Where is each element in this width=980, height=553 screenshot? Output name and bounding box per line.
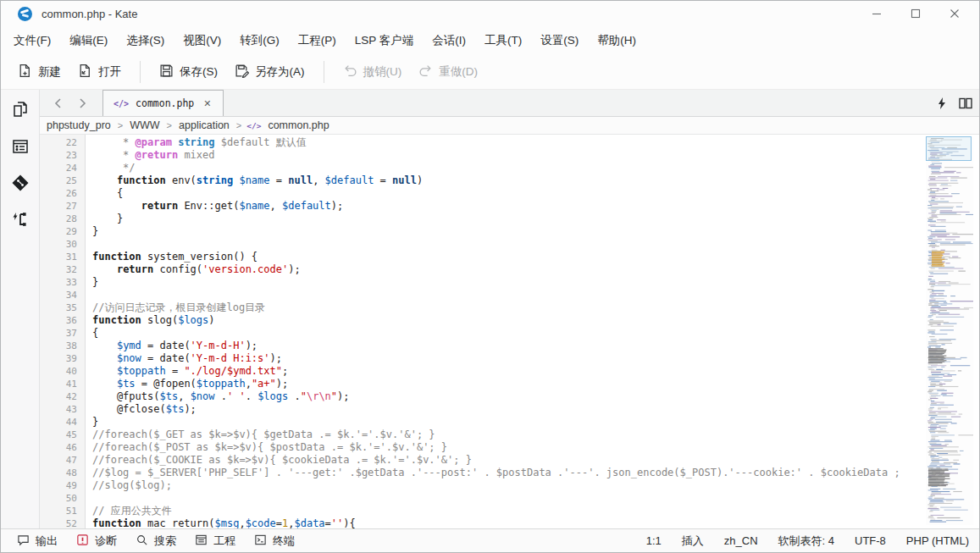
line-number-33[interactable]: 33 xyxy=(40,276,85,289)
line-number-40[interactable]: 40 xyxy=(40,365,85,378)
breadcrumb-segment-1[interactable]: WWW xyxy=(128,119,161,131)
minimize-button[interactable] xyxy=(857,2,896,25)
code-line-39[interactable]: $now = date('Y-m-d H:i:s'); xyxy=(92,352,979,365)
line-number-32[interactable]: 32 xyxy=(40,263,85,276)
statusbar-cursor-position[interactable]: 1:1 xyxy=(646,534,662,547)
menu-item-4[interactable]: 转到(G) xyxy=(230,29,289,53)
menu-item-9[interactable]: 设置(S) xyxy=(531,29,588,53)
code-line-38[interactable]: $ymd = date('Y-m-d-H'); xyxy=(92,340,979,352)
code-line-36[interactable]: function slog($logs) xyxy=(92,314,979,327)
code-line-49[interactable]: //slog($log); xyxy=(92,479,979,492)
line-number-38[interactable]: 38 xyxy=(40,340,85,352)
line-number-22[interactable]: 22 xyxy=(40,136,85,149)
code-line-32[interactable]: return config('version.code'); xyxy=(92,263,979,276)
line-number-50[interactable]: 50 xyxy=(40,492,85,505)
line-number-gutter[interactable]: 2223242526272829303132333435363738394041… xyxy=(40,135,86,528)
line-number-27[interactable]: 27 xyxy=(40,200,85,213)
statusbar-syntax-mode[interactable]: PHP (HTML) xyxy=(906,534,969,547)
line-number-34[interactable]: 34 xyxy=(40,289,85,301)
statusbar-input-mode[interactable]: 插入 xyxy=(682,534,704,549)
menu-item-6[interactable]: LSP 客户端 xyxy=(346,29,424,53)
code-line-41[interactable]: $ts = @fopen($toppath,"a+"); xyxy=(92,378,979,390)
line-number-44[interactable]: 44 xyxy=(40,416,85,429)
code-line-34[interactable] xyxy=(92,289,979,301)
code-area[interactable]: * @param string $default 默认值 * @return m… xyxy=(86,135,979,528)
line-number-48[interactable]: 48 xyxy=(40,467,85,479)
line-number-29[interactable]: 29 xyxy=(40,225,85,238)
menu-item-8[interactable]: 工具(T) xyxy=(475,29,531,53)
open-button[interactable]: 打开 xyxy=(69,58,130,86)
line-number-25[interactable]: 25 xyxy=(40,174,85,187)
code-line-47[interactable]: //foreach($_COOKIE as $k=>$v){ $cookieDa… xyxy=(92,454,979,467)
code-line-51[interactable]: // 应用公共文件 xyxy=(92,505,979,517)
line-number-26[interactable]: 26 xyxy=(40,187,85,200)
line-number-43[interactable]: 43 xyxy=(40,403,85,416)
save-button[interactable]: 保存(S) xyxy=(151,58,226,86)
line-number-46[interactable]: 46 xyxy=(40,441,85,454)
minimap[interactable] xyxy=(926,136,973,525)
code-line-27[interactable]: return Env::get($name, $default); xyxy=(92,200,979,213)
breadcrumb-segment-2[interactable]: application xyxy=(177,119,231,131)
sidebar-toolview-project-list[interactable] xyxy=(5,133,36,163)
code-line-31[interactable]: function system_version() { xyxy=(92,251,979,263)
code-line-33[interactable]: } xyxy=(92,276,979,289)
menu-item-7[interactable]: 会话(I) xyxy=(423,29,475,53)
statusbar-tab-width[interactable]: 软制表符: 4 xyxy=(778,534,834,549)
code-line-46[interactable]: //foreach($_POST as $k=>$v){ $postData .… xyxy=(92,441,979,454)
line-number-42[interactable]: 42 xyxy=(40,390,85,403)
code-line-23[interactable]: * @return mixed xyxy=(92,149,979,162)
tab-common-php[interactable]: </> common.php ✕ xyxy=(102,90,224,116)
statusbar-toolview-output[interactable]: 输出 xyxy=(9,531,65,551)
split-view-icon[interactable] xyxy=(959,97,972,113)
saveas-button[interactable]: 另存为(A) xyxy=(226,58,313,86)
line-number-35[interactable]: 35 xyxy=(40,301,85,314)
code-line-28[interactable]: } xyxy=(92,213,979,225)
sidebar-toolview-git[interactable] xyxy=(5,169,36,200)
breadcrumb-segment-0[interactable]: phpstudy_pro xyxy=(45,119,113,131)
statusbar-toolview-diagnostics[interactable]: 诊断 xyxy=(69,531,125,551)
sidebar-toolview-symbols[interactable] xyxy=(5,206,36,236)
menu-item-0[interactable]: 文件(F) xyxy=(4,29,60,53)
code-line-42[interactable]: @fputs($ts, $now .' '. $logs ."\r\n"); xyxy=(92,390,979,403)
code-line-43[interactable]: @fclose($ts); xyxy=(92,403,979,416)
code-line-45[interactable]: //foreach($_GET as $k=>$v){ $getData .= … xyxy=(92,429,979,441)
menu-item-1[interactable]: 编辑(E) xyxy=(60,29,117,53)
line-number-23[interactable]: 23 xyxy=(40,149,85,162)
code-line-50[interactable] xyxy=(92,492,979,505)
tab-close-icon[interactable]: ✕ xyxy=(201,97,213,111)
code-line-24[interactable]: */ xyxy=(92,162,979,174)
line-number-47[interactable]: 47 xyxy=(40,454,85,467)
line-number-37[interactable]: 37 xyxy=(40,327,85,340)
breadcrumb-file[interactable]: common.php xyxy=(266,119,330,131)
menu-item-10[interactable]: 帮助(H) xyxy=(588,29,645,53)
maximize-button[interactable] xyxy=(896,2,935,25)
code-line-40[interactable]: $toppath = "./log/$ymd.txt"; xyxy=(92,365,979,378)
code-line-52[interactable]: function mac_return($msg,$code=1,$data='… xyxy=(92,517,979,528)
close-button[interactable] xyxy=(935,2,974,25)
line-number-41[interactable]: 41 xyxy=(40,378,85,390)
code-line-35[interactable]: //访问日志记录，根目录创建log目录 xyxy=(92,301,979,314)
line-number-52[interactable]: 52 xyxy=(40,517,85,528)
line-number-45[interactable]: 45 xyxy=(40,429,85,441)
code-line-26[interactable]: { xyxy=(92,187,979,200)
code-line-25[interactable]: function env(string $name = null, $defau… xyxy=(92,174,979,187)
minimap-canvas[interactable] xyxy=(926,136,973,525)
code-line-30[interactable] xyxy=(92,238,979,251)
minimap-viewport[interactable] xyxy=(926,136,972,161)
statusbar-encoding[interactable]: UTF-8 xyxy=(855,534,886,547)
code-line-48[interactable]: //$log = $_SERVER['PHP_SELF'] . '---get:… xyxy=(92,467,979,479)
line-number-49[interactable]: 49 xyxy=(40,479,85,492)
sidebar-toolview-documents[interactable] xyxy=(5,97,36,127)
line-number-36[interactable]: 36 xyxy=(40,314,85,327)
line-number-30[interactable]: 30 xyxy=(40,238,85,251)
history-forward-button[interactable] xyxy=(70,91,94,115)
line-number-51[interactable]: 51 xyxy=(40,505,85,517)
code-line-37[interactable]: { xyxy=(92,327,979,340)
line-number-31[interactable]: 31 xyxy=(40,251,85,263)
menu-item-5[interactable]: 工程(P) xyxy=(289,29,346,53)
statusbar-toolview-search[interactable]: 搜索 xyxy=(128,531,184,551)
statusbar-dictionary[interactable]: zh_CN xyxy=(724,534,758,547)
code-line-29[interactable]: } xyxy=(92,225,979,238)
quick-open-icon[interactable] xyxy=(937,97,947,113)
code-line-44[interactable]: } xyxy=(92,416,979,429)
